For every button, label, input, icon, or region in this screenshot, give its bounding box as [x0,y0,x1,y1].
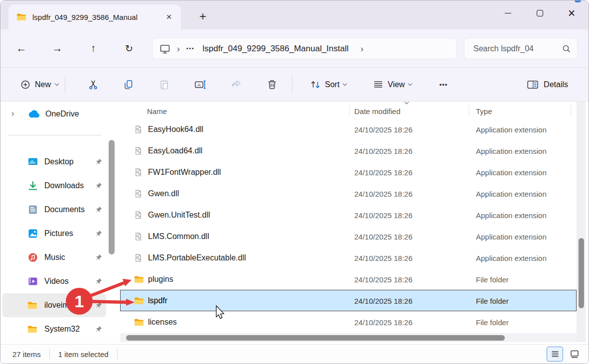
sort-button[interactable]: Sort [307,75,349,94]
dll-file-icon [134,253,143,262]
details-view-toggle[interactable] [547,347,563,362]
share-button[interactable] [225,74,247,96]
breadcrumb-ellipsis[interactable]: ••• [186,46,195,51]
minimize-button[interactable] [492,0,524,25]
file-row[interactable]: lspdfr 24/10/2025 18:26 File folder [120,290,577,311]
dll-file-icon [134,125,143,133]
pictures-icon [27,228,38,239]
breadcrumb-current-folder[interactable]: lspdfr_049_9299_3586_Manual_Install [203,44,349,54]
vertical-scrollbar[interactable] [577,102,586,342]
file-type: Application extension [476,232,547,241]
file-type: Application extension [476,253,547,262]
sidebar-item-label: Music [44,253,65,262]
horizontal-scrollbar[interactable] [120,333,577,342]
breadcrumb-chevron-end-icon[interactable]: › [361,44,364,53]
sidebar-item-desktop[interactable]: Desktop [2,150,106,174]
sidebar-item-label: iloveim [44,301,69,310]
vertical-scrollbar-thumb[interactable] [579,238,584,308]
details-pane-button[interactable]: Details [524,76,571,94]
file-name: plugins [148,275,173,284]
sidebar-item-music[interactable]: Music [2,245,106,269]
column-divider[interactable] [571,105,571,117]
sidebar-item-label: OneDrive [45,110,79,119]
search-icon[interactable] [562,44,571,53]
paste-button[interactable] [153,74,175,96]
copy-button[interactable] [118,74,140,96]
rename-button[interactable]: A [189,74,211,96]
large-icons-view-icon [570,349,580,359]
pin-icon [95,206,102,213]
sidebar-item-downloads[interactable]: Downloads [2,174,106,198]
pin-icon [95,158,102,165]
pin-icon [95,254,102,261]
file-date-modified: 24/10/2025 18:26 [354,125,413,133]
file-row[interactable]: licenses 24/10/2025 18:26 File folder [120,311,577,333]
command-bar: New A Sort View [0,68,589,102]
sidebar-scrollbar-thumb[interactable] [109,140,115,254]
folder-icon [27,325,37,333]
file-list: EasyHook64.dll 24/10/2025 18:26 Applicat… [120,119,577,333]
maximize-button[interactable] [524,0,556,25]
column-divider[interactable] [469,105,469,117]
copy-icon [123,79,134,90]
sidebar-item-label: Documents [44,205,85,214]
expand-chevron-icon[interactable]: › [11,109,14,118]
large-icons-view-toggle[interactable] [567,347,582,362]
tab-close-icon[interactable]: × [162,10,176,24]
column-header-type[interactable]: Type [476,107,492,116]
new-tab-button[interactable]: + [194,7,212,25]
sidebar-item-onedrive[interactable]: › OneDrive [0,103,106,125]
column-header-name[interactable]: Name [147,107,167,116]
svg-text:A: A [197,82,201,87]
file-row[interactable]: Gwen.dll 24/10/2025 18:26 Application ex… [120,183,577,204]
column-header-date-modified[interactable]: Date modified [354,107,401,116]
up-button[interactable]: ↑ [84,39,103,58]
sidebar-item-documents[interactable]: Documents [2,198,106,222]
delete-button[interactable] [261,74,283,96]
sidebar-item-pictures[interactable]: Pictures [2,222,106,245]
file-type: Application extension [476,189,547,198]
file-row[interactable]: FW1FontWrapper.dll 24/10/2025 18:26 Appl… [120,161,577,183]
more-options-button[interactable]: ••• [433,75,454,95]
rename-icon: A [194,79,206,90]
minimize-icon [505,13,511,13]
folder-icon [134,297,144,305]
file-row[interactable]: EasyHook64.dll 24/10/2025 18:26 Applicat… [120,119,577,140]
sidebar-item-videos[interactable]: Videos [2,269,106,293]
address-bar[interactable]: › ••• lspdfr_049_9299_3586_Manual_Instal… [152,38,457,59]
refresh-button[interactable]: ↻ [120,39,139,58]
cut-button[interactable] [82,74,104,96]
close-button[interactable]: × [556,0,588,25]
desktop-icon [27,156,38,167]
search-input[interactable] [472,44,562,54]
file-date-modified: 24/10/2025 18:26 [354,275,413,283]
new-button[interactable]: New [17,76,61,94]
file-date-modified: 24/10/2025 18:26 [354,253,413,262]
file-row[interactable]: LMS.Common.dll 24/10/2025 18:26 Applicat… [120,226,577,247]
file-date-modified: 24/10/2025 18:26 [354,318,413,326]
search-box[interactable] [464,38,578,59]
sidebar-item-iloveim[interactable]: iloveim [2,293,106,317]
file-row[interactable]: plugins 24/10/2025 18:26 File folder [120,268,577,290]
back-button[interactable]: ← [12,39,31,58]
sidebar-item-system32[interactable]: System32 [2,317,106,341]
view-button[interactable]: View [370,75,415,94]
dll-file-icon [134,146,143,155]
folder-icon [134,275,144,283]
folder-icon [134,318,144,326]
column-headers: Name Date modified Type [120,102,577,119]
horizontal-scrollbar-thumb[interactable] [126,335,505,341]
explorer-tab[interactable]: lspdfr_049_9299_3586_Manual × [8,4,181,29]
file-row[interactable]: EasyLoad64.dll 24/10/2025 18:26 Applicat… [120,140,577,161]
close-icon: × [568,7,576,19]
dll-file-icon [134,232,143,241]
file-row[interactable]: Gwen.UnitTest.dll 24/10/2025 18:26 Appli… [120,204,577,226]
file-explorer-window: lspdfr_049_9299_3586_Manual × + × ← → ↑ … [0,0,589,364]
items-count: 27 items [12,350,41,359]
chevron-down-icon [55,82,59,86]
forward-button[interactable]: → [48,39,67,58]
column-divider[interactable] [349,105,350,117]
file-row[interactable]: LMS.PortableExecutable.dll 24/10/2025 18… [120,247,577,268]
this-pc-icon[interactable] [159,44,170,54]
pin-icon [95,278,102,285]
